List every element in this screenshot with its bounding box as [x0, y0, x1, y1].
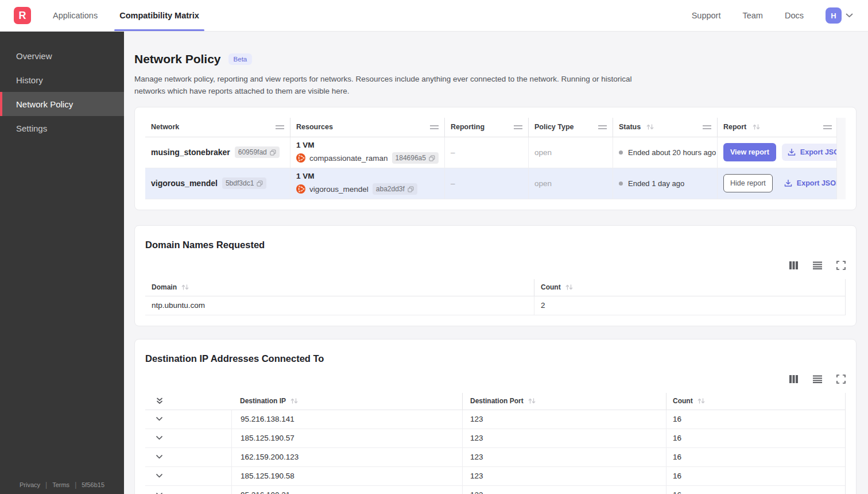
- fullscreen-icon[interactable]: [836, 375, 846, 384]
- destination-row[interactable]: 95.216.100.21 123 16: [145, 486, 845, 494]
- column-header-destination-port: Destination Port: [470, 397, 524, 405]
- sidebar-item-settings[interactable]: Settings: [0, 116, 124, 140]
- copy-icon[interactable]: [408, 186, 414, 192]
- column-header-destination-ip: Destination IP: [240, 397, 286, 405]
- column-header-reporting: Reporting: [451, 123, 485, 131]
- user-menu[interactable]: H: [826, 7, 853, 24]
- copy-icon[interactable]: [257, 180, 263, 187]
- network-id-badge: 60959fad: [235, 146, 280, 158]
- terms-link[interactable]: Terms: [52, 481, 69, 488]
- copy-icon[interactable]: [429, 155, 435, 161]
- hide-report-button[interactable]: Hide report: [723, 174, 773, 192]
- row-density-icon[interactable]: [812, 261, 823, 270]
- destination-ips-card: Destination IP Addresses Connected To: [134, 339, 857, 494]
- column-menu-icon[interactable]: [514, 125, 522, 129]
- resource-id: aba2dd3f: [376, 185, 405, 193]
- destination-row[interactable]: 162.159.200.123 123 16: [145, 448, 845, 467]
- row-expander-icon[interactable]: [156, 416, 163, 422]
- network-row-vigorous-mendel[interactable]: vigorous_mendel 5bdf3dc1 1 VM: [145, 168, 846, 199]
- column-menu-icon[interactable]: [823, 125, 832, 129]
- export-json-label: Export JSON: [800, 148, 838, 156]
- sort-icon[interactable]: [646, 124, 654, 130]
- destination-card-toolbar: [145, 373, 846, 385]
- column-header-count: Count: [673, 397, 693, 405]
- destination-count-value: 16: [666, 448, 838, 466]
- sort-icon[interactable]: [565, 284, 574, 291]
- export-json-button[interactable]: Export JSON: [782, 144, 838, 161]
- sort-icon[interactable]: [697, 397, 706, 404]
- beta-badge: Beta: [228, 53, 253, 65]
- expand-all-icon[interactable]: [156, 397, 164, 405]
- destination-port-value: 123: [462, 429, 666, 447]
- status-dot: [619, 182, 623, 186]
- network-row-musing-stonebraker[interactable]: musing_stonebraker 60959fad 1 VM: [145, 137, 846, 168]
- row-expander-icon[interactable]: [156, 454, 163, 460]
- ubuntu-icon: [296, 184, 305, 194]
- column-menu-icon[interactable]: [598, 125, 607, 129]
- sort-icon[interactable]: [752, 124, 761, 130]
- domains-table-header: Domain Count: [145, 279, 845, 296]
- app-logo[interactable]: R: [14, 7, 31, 24]
- view-report-button[interactable]: View report: [723, 143, 776, 161]
- table-scroll-gutter[interactable]: [836, 118, 846, 199]
- sidebar-nav: Overview History Network Policy Settings: [0, 44, 124, 140]
- reporting-value: –: [451, 148, 455, 157]
- sidebar-item-history[interactable]: History: [0, 68, 124, 92]
- destination-ip-value: 162.159.200.123: [231, 448, 462, 466]
- destination-ip-value: 185.125.190.57: [231, 429, 462, 447]
- copy-icon[interactable]: [270, 149, 276, 156]
- footer-divider: |: [45, 481, 47, 489]
- download-icon: [784, 179, 792, 187]
- column-menu-icon[interactable]: [703, 125, 711, 129]
- destination-count-value: 16: [666, 429, 838, 447]
- sidebar-item-network-policy[interactable]: Network Policy: [0, 92, 124, 116]
- destination-port-value: 123: [462, 486, 666, 494]
- page-title: Network Policy: [134, 52, 221, 66]
- destination-card-title: Destination IP Addresses Connected To: [145, 353, 846, 364]
- column-menu-icon[interactable]: [430, 125, 439, 129]
- fullscreen-icon[interactable]: [836, 261, 846, 270]
- destination-row[interactable]: 185.125.190.57 123 16: [145, 429, 845, 448]
- sort-icon[interactable]: [290, 397, 299, 404]
- network-id-badge: 5bdf3dc1: [222, 177, 266, 189]
- network-name: musing_stonebraker: [151, 148, 230, 157]
- networks-table-header: Network Resources Reporting Policy Type …: [145, 118, 846, 137]
- sort-icon[interactable]: [181, 284, 189, 291]
- policy-type-value: open: [534, 148, 552, 157]
- row-expander-icon[interactable]: [156, 435, 163, 441]
- column-header-status: Status: [619, 123, 641, 131]
- column-header-resources: Resources: [296, 123, 333, 131]
- column-menu-icon[interactable]: [276, 125, 284, 129]
- top-nav: Applications Compatibility Matrix: [53, 0, 221, 31]
- row-density-icon[interactable]: [812, 375, 823, 384]
- export-json-button[interactable]: Export JSON: [778, 175, 838, 192]
- domain-row[interactable]: ntp.ubuntu.com 2: [145, 296, 845, 315]
- sidebar-item-overview[interactable]: Overview: [0, 44, 124, 68]
- tab-applications[interactable]: Applications: [53, 0, 98, 31]
- tab-compatibility-matrix[interactable]: Compatibility Matrix: [119, 0, 199, 31]
- sort-icon[interactable]: [528, 397, 536, 404]
- destination-count-value: 16: [666, 486, 838, 494]
- destination-port-value: 123: [462, 467, 666, 485]
- build-version: 5f56b15: [82, 481, 104, 488]
- destinations-table-header: Destination IP Destination Port Count: [145, 393, 845, 410]
- network-id: 5bdf3dc1: [226, 179, 254, 187]
- docs-link[interactable]: Docs: [785, 11, 804, 20]
- footer-divider: |: [75, 481, 76, 489]
- support-link[interactable]: Support: [692, 11, 721, 20]
- resource-name: compassionate_raman: [309, 154, 388, 163]
- destination-row[interactable]: 95.216.138.141 123 16: [145, 410, 845, 429]
- sidebar: Overview History Network Policy Settings…: [0, 32, 124, 494]
- columns-icon[interactable]: [789, 261, 799, 270]
- privacy-link[interactable]: Privacy: [20, 481, 40, 488]
- policy-type-value: open: [534, 179, 552, 188]
- columns-icon[interactable]: [789, 375, 799, 384]
- destination-ip-value: 185.125.190.58: [231, 467, 462, 485]
- avatar[interactable]: H: [826, 7, 842, 24]
- topbar-right-group: Support Team Docs H: [692, 7, 853, 24]
- column-header-policy-type: Policy Type: [534, 123, 574, 131]
- team-link[interactable]: Team: [742, 11, 762, 20]
- download-icon: [788, 148, 796, 156]
- row-expander-icon[interactable]: [156, 473, 163, 478]
- destination-row[interactable]: 185.125.190.58 123 16: [145, 467, 845, 486]
